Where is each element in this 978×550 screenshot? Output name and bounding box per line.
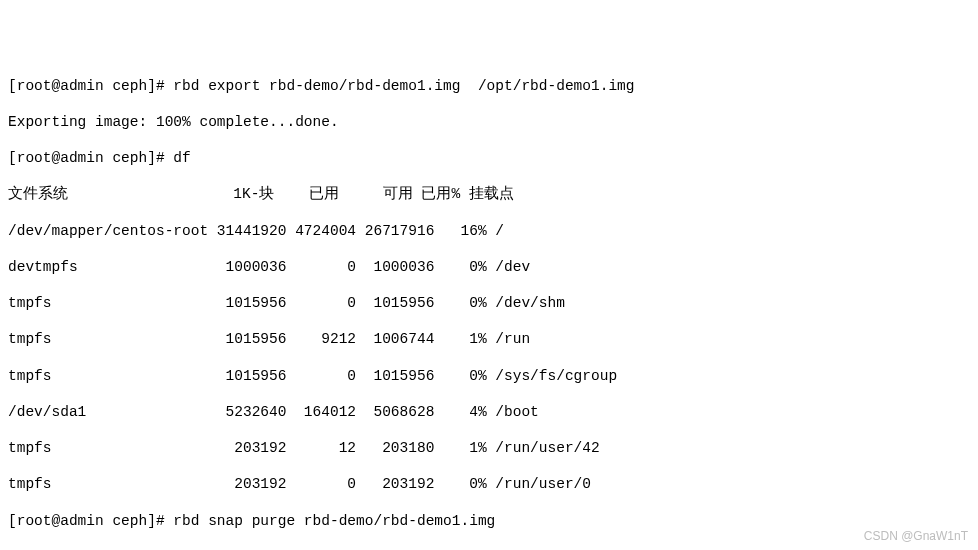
cmd-snap-purge: [root@admin ceph]# rbd snap purge rbd-de… [8, 512, 970, 530]
cmd-df: [root@admin ceph]# df [8, 149, 970, 167]
df-row: tmpfs 1015956 0 1015956 0% /dev/shm [8, 294, 970, 312]
df-row: tmpfs 203192 0 203192 0% /run/user/0 [8, 475, 970, 493]
df-row: tmpfs 1015956 0 1015956 0% /sys/fs/cgrou… [8, 367, 970, 385]
msg-export: Exporting image: 100% complete...done. [8, 113, 970, 131]
watermark-text: CSDN @GnaW1nT [864, 529, 968, 544]
df-row: /dev/mapper/centos-root 31441920 4724004… [8, 222, 970, 240]
df-row: devtmpfs 1000036 0 1000036 0% /dev [8, 258, 970, 276]
df-row: tmpfs 1015956 9212 1006744 1% /run [8, 330, 970, 348]
df-row: tmpfs 203192 12 203180 1% /run/user/42 [8, 439, 970, 457]
df-header: 文件系统 1K-块 已用 可用 已用% 挂载点 [8, 185, 970, 203]
cmd-rbd-export: [root@admin ceph]# rbd export rbd-demo/r… [8, 77, 970, 95]
df-row: /dev/sda1 5232640 164012 5068628 4% /boo… [8, 403, 970, 421]
